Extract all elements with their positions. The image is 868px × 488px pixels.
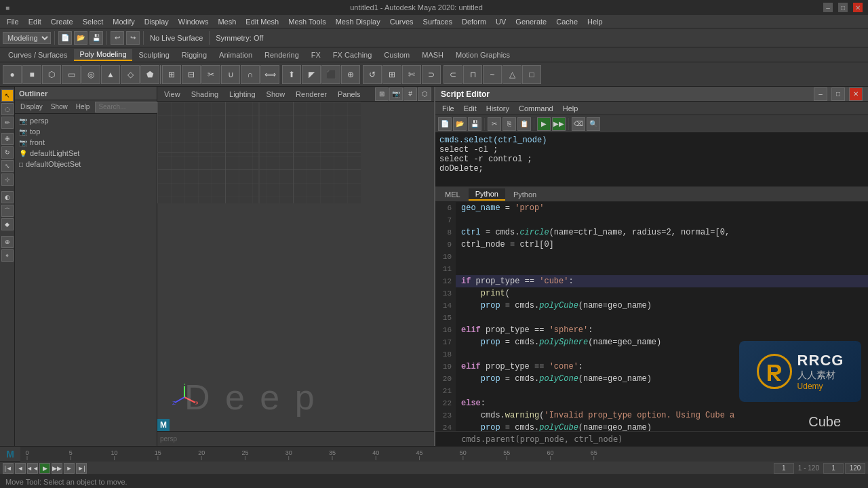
shelf-icon-torus[interactable]: ◎ bbox=[81, 65, 100, 84]
se-new-btn[interactable]: 📄 bbox=[438, 117, 452, 131]
menu-help[interactable]: Help bbox=[583, 16, 607, 27]
shelf-tab-anim[interactable]: Animation bbox=[214, 49, 258, 60]
shelf-icon-subdiv[interactable]: ◇ bbox=[121, 65, 140, 84]
prev-frame-btn[interactable]: ◄ bbox=[15, 463, 26, 474]
shelf-icon-bool-union[interactable]: ∪ bbox=[221, 65, 240, 84]
se-close-btn[interactable]: ✕ bbox=[849, 87, 863, 101]
menu-edit-mesh[interactable]: Edit Mesh bbox=[241, 16, 283, 27]
shelf-tab-fxcache[interactable]: FX Caching bbox=[328, 49, 377, 60]
menu-mesh-display[interactable]: Mesh Display bbox=[332, 16, 384, 27]
vp-panels-tab[interactable]: Panels bbox=[334, 90, 365, 98]
se-run-all-btn[interactable]: ▶▶ bbox=[552, 117, 566, 131]
outliner-item-top[interactable]: 📷 top bbox=[16, 126, 155, 137]
se-menu-edit[interactable]: Edit bbox=[460, 103, 481, 114]
se-mel-tab[interactable]: MEL bbox=[438, 189, 467, 200]
outliner-help-tab[interactable]: Help bbox=[73, 103, 93, 110]
outliner-show-tab[interactable]: Show bbox=[48, 103, 71, 110]
shelf-tab-poly[interactable]: Poly Modeling bbox=[74, 49, 132, 61]
shelf-tab-motion[interactable]: Motion Graphics bbox=[450, 49, 515, 60]
shelf-tab-fx[interactable]: FX bbox=[306, 49, 326, 60]
menu-curves[interactable]: Curves bbox=[386, 16, 418, 27]
shelf-icon-loop[interactable]: ↺ bbox=[363, 65, 382, 84]
vp-view-tab[interactable]: View bbox=[160, 90, 184, 98]
menu-deform[interactable]: Deform bbox=[458, 16, 490, 27]
se-paste-btn[interactable]: 📋 bbox=[517, 117, 531, 131]
goto-end-btn[interactable]: ►| bbox=[76, 463, 87, 474]
soft-mod-tool[interactable]: ◐ bbox=[1, 191, 14, 203]
redo-btn[interactable]: ↪ bbox=[126, 31, 140, 45]
outliner-display-tab[interactable]: Display bbox=[18, 103, 45, 110]
se-menu-history[interactable]: History bbox=[482, 103, 513, 114]
shelf-icon-cone[interactable]: ▲ bbox=[101, 65, 120, 84]
shelf-icon-cube[interactable]: ■ bbox=[22, 65, 41, 84]
shelf-icon-extract[interactable]: ✂ bbox=[201, 65, 220, 84]
se-restore-btn[interactable]: □ bbox=[831, 87, 845, 101]
se-save-btn[interactable]: 💾 bbox=[468, 117, 481, 131]
shelf-tab-render[interactable]: Rendering bbox=[259, 49, 304, 60]
se-search-btn[interactable]: 🔍 bbox=[587, 117, 600, 131]
menu-display[interactable]: Display bbox=[140, 16, 173, 27]
start-frame-input[interactable] bbox=[823, 463, 844, 474]
se-open-btn[interactable]: 📂 bbox=[453, 117, 467, 131]
lasso-tool[interactable]: ◌ bbox=[1, 103, 14, 115]
select-tool[interactable]: ↖ bbox=[1, 89, 14, 102]
shelf-tab-custom[interactable]: Custom bbox=[378, 49, 415, 60]
se-copy-btn[interactable]: ⎘ bbox=[502, 117, 516, 131]
menu-mesh-tools[interactable]: Mesh Tools bbox=[284, 16, 330, 27]
play-btn[interactable]: ▶ bbox=[39, 463, 50, 474]
minimize-button[interactable]: – bbox=[823, 3, 833, 12]
shelf-icon-disk[interactable]: ⬟ bbox=[140, 65, 159, 84]
vp-show-tab[interactable]: Show bbox=[262, 90, 290, 98]
shelf-icon-smooth[interactable]: ~ bbox=[483, 65, 502, 84]
outliner-item-objects[interactable]: □ defaultObjectSet bbox=[16, 159, 155, 169]
play-fwd-btn[interactable]: ▶▶ bbox=[52, 463, 62, 474]
current-frame-input[interactable] bbox=[774, 463, 794, 474]
outliner-item-persp[interactable]: 📷 persp bbox=[16, 115, 155, 126]
vp-select-all-btn[interactable]: ⊞ bbox=[375, 87, 389, 101]
play-back-btn[interactable]: ◄◄ bbox=[27, 463, 38, 474]
shelf-icon-connect[interactable]: ⊃ bbox=[422, 65, 441, 84]
shelf-icon-bridge[interactable]: ⬛ bbox=[321, 65, 340, 84]
se-menu-command[interactable]: Command bbox=[515, 103, 557, 114]
maximize-button[interactable]: □ bbox=[838, 3, 848, 12]
shelf-icon-extrude[interactable]: ⬆ bbox=[282, 65, 301, 84]
scale-tool[interactable]: ⤡ bbox=[1, 160, 14, 172]
outliner-item-front[interactable]: 📷 front bbox=[16, 137, 155, 148]
snap-tool[interactable]: ⌖ bbox=[1, 249, 14, 262]
shelf-icon-fill-hole[interactable]: ⊕ bbox=[341, 65, 360, 84]
shelf-icon-insert-loop[interactable]: ⊞ bbox=[382, 65, 401, 84]
goto-start-btn[interactable]: |◄ bbox=[3, 463, 14, 474]
menu-mesh[interactable]: Mesh bbox=[214, 16, 240, 27]
save-scene-btn[interactable]: 💾 bbox=[90, 31, 103, 45]
move-tool[interactable]: ✙ bbox=[1, 133, 14, 145]
menu-uv[interactable]: UV bbox=[492, 16, 510, 27]
vp-wireframe-btn[interactable]: ⬡ bbox=[418, 87, 431, 101]
se-python-tab[interactable]: Python bbox=[469, 188, 505, 201]
vp-grid-btn[interactable]: # bbox=[403, 87, 417, 101]
undo-btn[interactable]: ↩ bbox=[111, 31, 124, 45]
show-manip[interactable]: ⊕ bbox=[1, 236, 14, 248]
shelf-icon-mirror[interactable]: ⟺ bbox=[260, 65, 279, 84]
menu-file[interactable]: File bbox=[3, 16, 23, 27]
sculpt-tool[interactable]: ⌒ bbox=[1, 205, 14, 217]
se-python2-tab[interactable]: Python bbox=[507, 189, 543, 200]
se-clear-btn[interactable]: ⌫ bbox=[572, 117, 585, 131]
shelf-icon-sphere[interactable]: ● bbox=[3, 65, 22, 84]
se-menu-file[interactable]: File bbox=[438, 103, 458, 114]
se-upper-code-area[interactable]: cmds.select(ctrl_node) select -cl ; sele… bbox=[435, 133, 868, 187]
shelf-icon-multi-cut[interactable]: ✄ bbox=[402, 65, 421, 84]
mode-selector[interactable]: Modeling bbox=[3, 32, 51, 44]
transform-tool[interactable]: ⊹ bbox=[1, 174, 14, 186]
open-scene-btn[interactable]: 📂 bbox=[74, 31, 87, 45]
shelf-icon-cyl[interactable]: ⬡ bbox=[42, 65, 61, 84]
close-button[interactable]: ✕ bbox=[853, 3, 863, 12]
vp-camera-btn[interactable]: 📷 bbox=[389, 87, 403, 101]
shelf-icon-triangulate[interactable]: △ bbox=[502, 65, 521, 84]
rivet-tool[interactable]: ◆ bbox=[1, 218, 14, 230]
se-minimize-btn[interactable]: – bbox=[814, 87, 827, 101]
shelf-icon-combine[interactable]: ⊞ bbox=[162, 65, 181, 84]
menu-create[interactable]: Create bbox=[47, 16, 77, 27]
menu-select[interactable]: Select bbox=[79, 16, 108, 27]
paint-tool[interactable]: ✏ bbox=[1, 117, 14, 129]
menu-cache[interactable]: Cache bbox=[552, 16, 582, 27]
